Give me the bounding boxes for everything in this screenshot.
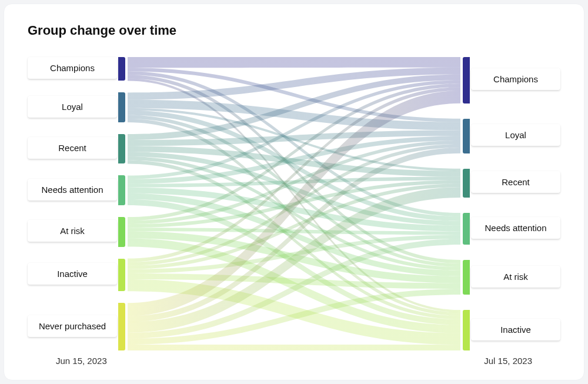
sankey-node-bar <box>463 119 470 153</box>
sankey-node-label: Inactive <box>28 263 117 285</box>
sankey-node-label: At risk <box>471 266 560 288</box>
sankey-node-bar <box>118 57 125 81</box>
sankey-node-bar <box>118 303 125 350</box>
sankey-node-label: Recent <box>28 137 117 159</box>
sankey-node-label: Loyal <box>471 124 560 146</box>
sankey-node-bar <box>118 92 125 122</box>
date-end: Jul 15, 2023 <box>484 356 532 366</box>
sankey-node-label: Recent <box>471 171 560 193</box>
sankey-node-bar <box>118 217 125 247</box>
sankey-node-bar <box>463 310 470 350</box>
date-axis: Jun 15, 2023 Jul 15, 2023 <box>28 356 560 366</box>
sankey-link <box>128 345 460 350</box>
sankey-node-bar <box>118 259 125 292</box>
sankey-node-bar <box>463 260 470 295</box>
chart-title: Group change over time <box>28 23 560 38</box>
date-start: Jun 15, 2023 <box>56 356 107 366</box>
sankey-node-label: Loyal <box>28 96 117 118</box>
sankey-node-label: Needs attention <box>28 179 117 201</box>
sankey-node-label: Champions <box>471 68 560 90</box>
sankey-node-label: Inactive <box>471 319 560 340</box>
sankey-link <box>128 57 460 68</box>
sankey-node-bar <box>463 213 470 245</box>
sankey-node-label: Never purchased <box>28 315 117 337</box>
sankey-node-bar <box>463 169 470 198</box>
sankey-node-bar <box>118 175 125 205</box>
sankey-node-label: Needs attention <box>471 217 560 239</box>
sankey-node-bar <box>118 134 125 164</box>
sankey-node-bar <box>463 57 470 103</box>
chart-card: Group change over time ChampionsLoyalRec… <box>4 4 584 380</box>
sankey-node-label: At risk <box>28 220 117 242</box>
sankey-node-label: Champions <box>28 57 117 79</box>
sankey-chart: ChampionsLoyalRecentNeeds attentionAt ri… <box>28 57 560 350</box>
